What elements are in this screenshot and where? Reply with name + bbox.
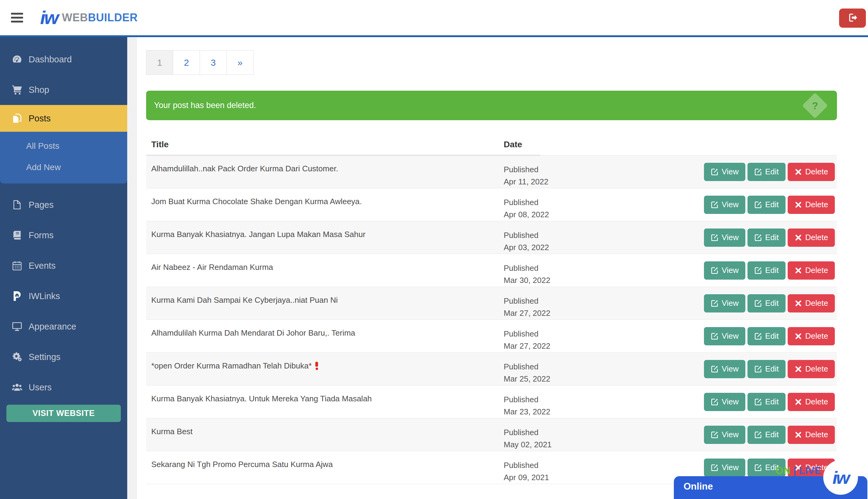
button-label: View — [722, 266, 739, 275]
view-button[interactable]: View — [704, 294, 745, 313]
button-label: Delete — [805, 299, 828, 308]
page-button-3[interactable]: 3 — [200, 50, 227, 75]
users-icon — [12, 382, 23, 393]
submenu-item-all-posts[interactable]: All Posts — [0, 135, 127, 157]
delete-x-icon — [794, 168, 802, 176]
button-label: Edit — [765, 233, 779, 242]
chat-launcher-logo[interactable]: iw — [823, 460, 858, 495]
post-status: Published — [504, 426, 631, 438]
sidebar-item-pages[interactable]: Pages — [0, 190, 127, 220]
edit-button[interactable]: Edit — [747, 196, 785, 214]
delete-button[interactable]: Delete — [788, 196, 835, 214]
button-label: View — [722, 430, 739, 439]
post-title-cell: Alhamdulillah..nak Pack Order Kurma Dari… — [146, 156, 504, 188]
button-label: Edit — [765, 397, 779, 406]
settings-gears-icon — [12, 351, 23, 362]
sidebar-item-label: Pages — [28, 200, 53, 210]
page-button-1[interactable]: 1 — [146, 50, 173, 75]
button-label: View — [722, 299, 739, 308]
row-actions: ViewEditDelete — [704, 287, 837, 319]
button-label: Delete — [805, 266, 828, 275]
view-button[interactable]: View — [704, 261, 745, 280]
button-label: Edit — [765, 430, 779, 439]
delete-button[interactable]: Delete — [788, 294, 835, 313]
question-diamond-icon: ? — [802, 93, 828, 118]
view-button[interactable]: View — [704, 426, 745, 444]
view-edit-icon — [711, 431, 719, 439]
post-date-cell: PublishedMar 27, 2022 — [504, 287, 631, 319]
post-date: Mar 25, 2022 — [504, 373, 631, 385]
sidebar-item-posts[interactable]: Posts — [0, 105, 127, 132]
post-date: Apr 08, 2022 — [504, 208, 631, 221]
edit-button[interactable]: Edit — [747, 261, 785, 280]
delete-button[interactable]: Delete — [788, 360, 835, 378]
edit-button[interactable]: Edit — [747, 360, 785, 378]
edit-button[interactable]: Edit — [747, 163, 785, 181]
logout-button[interactable] — [839, 9, 866, 28]
sidebar: DashboardShopPostsAll PostsAdd NewPagesF… — [0, 37, 127, 499]
view-button[interactable]: View — [704, 360, 745, 378]
edit-button[interactable]: Edit — [747, 327, 785, 345]
post-status: Published — [504, 393, 631, 405]
posts-submenu: All PostsAdd New — [0, 132, 127, 183]
delete-button[interactable]: Delete — [788, 327, 835, 345]
delete-button[interactable]: Delete — [788, 426, 835, 444]
post-status: Published — [504, 262, 631, 274]
post-status: Published — [504, 229, 631, 241]
hamburger-menu-icon[interactable] — [11, 13, 23, 23]
delete-x-icon — [794, 201, 802, 209]
post-title-cell: Kurma Banyak Khasiatnya. Untuk Mereka Ya… — [146, 386, 504, 418]
sidebar-item-users[interactable]: Users — [0, 372, 127, 403]
edit-button[interactable]: Edit — [747, 294, 785, 313]
page-button-2[interactable]: 2 — [173, 50, 200, 75]
edit-pencil-icon — [754, 431, 762, 439]
edit-pencil-icon — [754, 234, 762, 242]
delete-button[interactable]: Delete — [788, 393, 835, 411]
sidebar-item-settings[interactable]: Settings — [0, 342, 127, 372]
edit-button[interactable]: Edit — [747, 426, 785, 444]
logo-web-text: WEB — [62, 11, 88, 24]
posts-copy-icon — [12, 113, 23, 124]
post-date-cell: PublishedMar 27, 2022 — [504, 320, 631, 352]
main-content: 123» Your post has been deleted. ? Title… — [137, 37, 868, 499]
sidebar-item-forms[interactable]: Forms — [0, 220, 127, 251]
delete-button[interactable]: Delete — [788, 229, 835, 247]
view-edit-icon — [711, 398, 719, 406]
delete-x-icon — [794, 431, 802, 439]
view-edit-icon — [711, 365, 719, 373]
shop-cart-icon — [12, 84, 23, 95]
submenu-item-add-new[interactable]: Add New — [0, 157, 127, 178]
sidebar-item-iwlinks[interactable]: IWLinks — [0, 281, 127, 311]
post-title-cell: Kurma Banyak Khasiatnya. Jangan Lupa Mak… — [146, 221, 504, 254]
view-button[interactable]: View — [704, 393, 745, 411]
page-button-»[interactable]: » — [227, 50, 254, 75]
delete-button[interactable]: Delete — [788, 261, 835, 280]
row-actions: ViewEditDelete — [704, 188, 837, 221]
sidebar-item-events[interactable]: Events — [0, 251, 127, 281]
sidebar-item-shop[interactable]: Shop — [0, 75, 127, 105]
sidebar-item-label: Appearance — [28, 321, 76, 332]
table-row: Kurma Banyak Khasiatnya. Jangan Lupa Mak… — [146, 221, 837, 254]
edit-button[interactable]: Edit — [747, 229, 785, 247]
view-button[interactable]: View — [704, 196, 745, 214]
table-row: Alhamdulilah Kurma Dah Mendarat Di Johor… — [146, 320, 837, 353]
visit-website-button[interactable]: VISIT WEBSITE — [7, 405, 121, 422]
table-row: Kurma Kami Dah Sampai Ke Cyberjaya..niat… — [146, 287, 837, 320]
view-button[interactable]: View — [704, 163, 745, 181]
sidebar-item-dashboard[interactable]: Dashboard — [0, 44, 127, 75]
appearance-monitor-icon — [12, 321, 23, 332]
post-status: Published — [504, 196, 631, 208]
view-button[interactable]: View — [704, 229, 745, 247]
delete-button[interactable]: Delete — [788, 163, 835, 181]
row-actions: ViewEditDelete — [704, 353, 837, 385]
view-button[interactable]: View — [704, 459, 745, 477]
sidebar-item-label: Users — [28, 382, 52, 392]
view-edit-icon — [711, 332, 719, 340]
top-header: iw WEB BUILDER — [0, 0, 868, 37]
edit-button[interactable]: Edit — [747, 393, 785, 411]
view-button[interactable]: View — [704, 327, 745, 345]
view-edit-icon — [711, 267, 719, 275]
view-edit-icon — [711, 464, 719, 472]
post-title-cell: Kurma Kami Dah Sampai Ke Cyberjaya..niat… — [146, 287, 504, 319]
sidebar-item-appearance[interactable]: Appearance — [0, 311, 127, 342]
